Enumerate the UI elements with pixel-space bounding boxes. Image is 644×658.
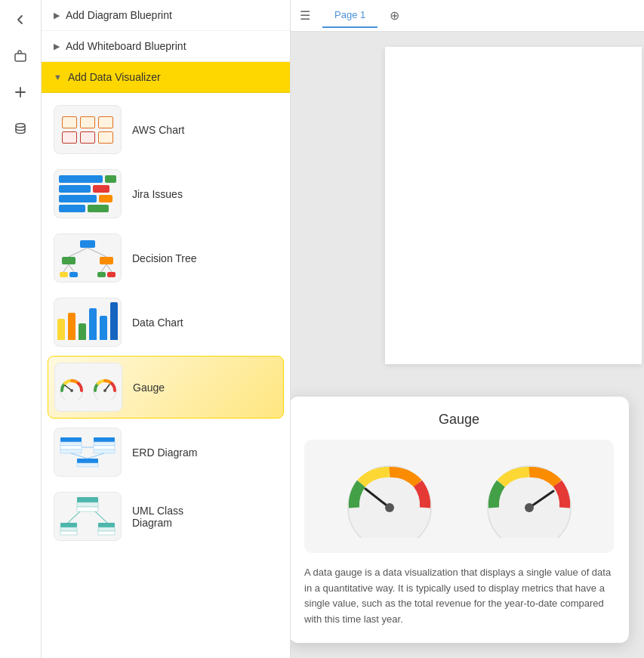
svg-point-17 [70, 389, 73, 392]
gauge-label: Gauge [133, 382, 165, 394]
panel-header: ▶ Add Diagram Blueprint ▶ Add Whiteboard… [42, 0, 290, 93]
arrow-down-icon: ▼ [54, 73, 62, 82]
tab-bar: ☰ Page 1 ⊕ [291, 0, 644, 32]
uml-class-diagram-label: UML ClassDiagram [132, 505, 183, 529]
svg-rect-34 [77, 497, 98, 502]
data-chart-item[interactable]: Data Chart [48, 292, 284, 353]
aws-chart-label: AWS Chart [132, 124, 185, 136]
decision-tree-item[interactable]: Decision Tree [48, 227, 284, 289]
svg-rect-11 [60, 272, 68, 277]
svg-line-33 [88, 453, 104, 459]
briefcase-icon[interactable] [8, 44, 32, 68]
svg-rect-29 [77, 459, 98, 463]
svg-line-4 [88, 248, 106, 257]
svg-rect-21 [60, 437, 82, 442]
svg-rect-13 [97, 272, 106, 277]
svg-rect-23 [60, 446, 82, 449]
svg-rect-28 [94, 449, 115, 453]
database-icon[interactable] [8, 116, 32, 141]
svg-line-10 [106, 264, 112, 272]
svg-rect-22 [60, 442, 82, 446]
uml-class-diagram-thumb [54, 492, 122, 541]
svg-rect-43 [98, 527, 115, 531]
svg-rect-41 [60, 531, 77, 535]
canvas-page [385, 47, 642, 364]
svg-point-20 [103, 389, 106, 392]
svg-rect-30 [77, 463, 98, 467]
menu-icon[interactable]: ☰ [300, 8, 310, 23]
svg-rect-44 [98, 531, 115, 535]
gauge-thumb [54, 363, 122, 412]
preview-panel: Gauge [291, 397, 629, 643]
plus-icon[interactable] [8, 80, 32, 104]
svg-rect-40 [60, 527, 77, 531]
aws-chart-thumb [54, 105, 122, 154]
svg-rect-36 [77, 507, 98, 511]
add-diagram-blueprint-item[interactable]: ▶ Add Diagram Blueprint [42, 0, 290, 31]
svg-rect-24 [60, 449, 82, 453]
svg-rect-6 [100, 257, 113, 264]
arrow-right-icon-2: ▶ [54, 42, 60, 51]
left-toolbar [0, 0, 42, 658]
svg-rect-14 [107, 272, 116, 277]
canvas-area[interactable]: Gauge [291, 32, 644, 658]
erd-diagram-thumb [54, 428, 122, 477]
back-button[interactable] [8, 8, 32, 32]
svg-line-3 [69, 248, 88, 257]
gauge-svg-2 [480, 455, 578, 538]
svg-rect-5 [62, 257, 75, 264]
svg-line-9 [101, 264, 106, 272]
decision-tree-thumb [54, 233, 122, 283]
svg-line-37 [68, 511, 80, 523]
add-data-visualizer-item[interactable]: ▼ Add Data Visualizer [42, 62, 290, 93]
visualizer-list: AWS Chart [42, 93, 290, 658]
jira-issues-label: Jira Issues [132, 188, 183, 200]
svg-rect-25 [94, 437, 115, 442]
svg-rect-27 [94, 446, 115, 449]
add-whiteboard-label: Add Whiteboard Blueprint [66, 40, 186, 52]
add-diagram-label: Add Diagram Blueprint [66, 9, 172, 21]
erd-diagram-label: ERD Diagram [132, 446, 197, 459]
svg-rect-2 [80, 240, 95, 248]
svg-line-32 [71, 453, 88, 459]
preview-description: A data gauge is a data visualization tha… [304, 565, 614, 628]
arrow-right-icon: ▶ [54, 11, 60, 20]
add-page-button[interactable]: ⊕ [384, 5, 405, 26]
preview-gauges-container [304, 440, 614, 553]
data-chart-label: Data Chart [132, 317, 183, 329]
page-1-tab[interactable]: Page 1 [322, 3, 377, 28]
svg-point-48 [385, 503, 394, 512]
svg-rect-35 [77, 502, 98, 507]
erd-diagram-item[interactable]: ERD Diagram [48, 422, 284, 483]
svg-line-7 [63, 264, 69, 272]
preview-title: Gauge [304, 412, 614, 428]
add-whiteboard-blueprint-item[interactable]: ▶ Add Whiteboard Blueprint [42, 31, 290, 62]
svg-point-1 [16, 124, 25, 128]
jira-issues-item[interactable]: Jira Issues [48, 163, 284, 224]
aws-chart-item[interactable]: AWS Chart [48, 99, 284, 160]
left-panel: ▶ Add Diagram Blueprint ▶ Add Whiteboard… [42, 0, 291, 658]
gauge-item[interactable]: Gauge [48, 356, 284, 419]
uml-class-diagram-item[interactable]: UML ClassDiagram [48, 486, 284, 547]
svg-line-38 [95, 511, 107, 523]
svg-line-8 [69, 264, 74, 272]
svg-rect-0 [15, 54, 26, 61]
svg-point-52 [525, 503, 534, 512]
svg-rect-39 [60, 523, 77, 527]
data-chart-thumb [54, 298, 122, 347]
svg-rect-26 [94, 442, 115, 446]
main-content: ☰ Page 1 ⊕ Gauge [291, 0, 644, 658]
jira-issues-thumb [54, 169, 122, 218]
svg-rect-42 [98, 523, 115, 527]
decision-tree-label: Decision Tree [132, 252, 197, 264]
gauge-svg-1 [340, 455, 439, 538]
svg-rect-12 [69, 272, 78, 277]
add-visualizer-label: Add Data Visualizer [68, 71, 161, 83]
